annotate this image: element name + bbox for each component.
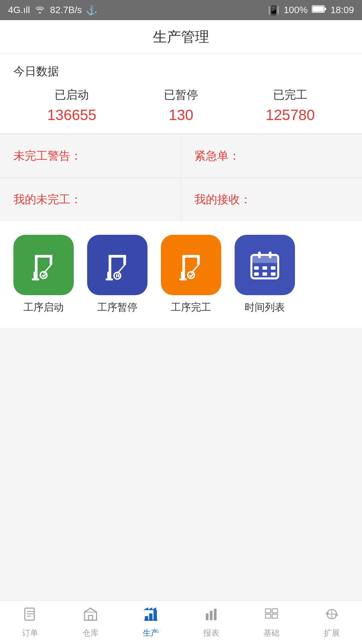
extend-icon bbox=[324, 607, 339, 625]
action-schedule-icon-bg bbox=[235, 235, 295, 295]
svg-rect-5 bbox=[35, 255, 38, 273]
svg-rect-2 bbox=[324, 8, 326, 10]
battery-display: 100% bbox=[284, 5, 308, 15]
svg-rect-30 bbox=[254, 266, 259, 270]
svg-rect-50 bbox=[214, 609, 217, 620]
svg-rect-32 bbox=[271, 266, 276, 270]
action-pause[interactable]: 工序暂停 bbox=[87, 235, 147, 314]
stat-completed-label: 已完工 bbox=[273, 87, 307, 103]
action-schedule-label: 时间列表 bbox=[245, 301, 285, 314]
svg-rect-33 bbox=[254, 272, 259, 276]
stat-completed-value: 125780 bbox=[265, 107, 315, 123]
svg-rect-35 bbox=[271, 272, 276, 276]
today-label: 今日数据 bbox=[13, 64, 349, 79]
status-bar: 4G.ıll 82.7B/s ⚓ 📳 100% 18:09 bbox=[0, 0, 362, 20]
stat-paused: 已暂停 130 bbox=[164, 87, 198, 123]
svg-rect-54 bbox=[272, 614, 278, 618]
svg-rect-11 bbox=[106, 278, 113, 280]
nav-basic-label: 基础 bbox=[263, 628, 280, 638]
status-left: 4G.ıll 82.7B/s ⚓ bbox=[8, 4, 98, 16]
production-icon bbox=[143, 607, 158, 625]
nav-warehouse-label: 仓库 bbox=[82, 628, 99, 638]
action-start[interactable]: 工序启动 bbox=[13, 235, 74, 314]
svg-rect-20 bbox=[179, 278, 187, 280]
page-title: 生产管理 bbox=[153, 28, 209, 46]
svg-rect-31 bbox=[262, 266, 267, 270]
nav-production-label: 生产 bbox=[143, 628, 159, 638]
svg-rect-23 bbox=[197, 255, 200, 265]
action-complete-label: 工序完工 bbox=[171, 301, 211, 314]
header: 生产管理 bbox=[0, 20, 362, 54]
status-right: 📳 100% 18:09 bbox=[268, 5, 354, 16]
time-display: 18:09 bbox=[330, 5, 354, 15]
stat-paused-label: 已暂停 bbox=[164, 87, 198, 103]
crane-start-icon bbox=[27, 248, 60, 282]
stat-paused-value: 130 bbox=[169, 107, 193, 123]
my-receive[interactable]: 我的接收： bbox=[181, 178, 362, 221]
crane-pause-icon bbox=[101, 248, 134, 282]
crane-complete-icon bbox=[174, 248, 208, 282]
svg-rect-41 bbox=[88, 615, 93, 620]
stat-started: 已启动 136655 bbox=[47, 87, 97, 123]
warning-incomplete[interactable]: 未完工警告： bbox=[0, 134, 181, 178]
warning-urgent[interactable]: 紧急单： bbox=[181, 134, 362, 178]
wifi-icon bbox=[34, 4, 46, 16]
svg-rect-6 bbox=[35, 255, 52, 258]
svg-rect-18 bbox=[118, 274, 119, 277]
svg-rect-14 bbox=[123, 255, 126, 265]
stat-started-label: 已启动 bbox=[55, 87, 89, 103]
svg-rect-22 bbox=[182, 255, 199, 258]
action-pause-label: 工序暂停 bbox=[97, 301, 137, 314]
battery-icon bbox=[312, 5, 326, 15]
main-content: 今日数据 已启动 136655 已暂停 130 已完工 125780 未完工警告… bbox=[0, 54, 362, 328]
svg-rect-17 bbox=[116, 274, 117, 277]
nav-warehouse[interactable]: 仓库 bbox=[60, 607, 121, 638]
svg-rect-27 bbox=[251, 255, 278, 263]
svg-rect-7 bbox=[50, 255, 52, 265]
report-icon bbox=[204, 607, 219, 625]
nav-report[interactable]: 报表 bbox=[181, 607, 241, 638]
action-start-icon-bg bbox=[13, 235, 74, 295]
basic-icon bbox=[264, 607, 279, 625]
my-incomplete[interactable]: 我的未完工： bbox=[0, 178, 181, 221]
svg-rect-21 bbox=[182, 255, 185, 273]
svg-rect-45 bbox=[154, 610, 157, 621]
warning-incomplete-text: 未完工警告： bbox=[13, 148, 82, 164]
nav-basic[interactable]: 基础 bbox=[241, 607, 302, 638]
nav-extend[interactable]: 扩展 bbox=[302, 607, 362, 638]
signal-icon: 4G.ıll bbox=[8, 5, 30, 15]
warning-urgent-text: 紧急单： bbox=[194, 148, 240, 164]
my-incomplete-text: 我的未完工： bbox=[13, 192, 82, 207]
svg-rect-53 bbox=[265, 614, 271, 618]
nav-order-label: 订单 bbox=[22, 628, 38, 638]
nav-extend-label: 扩展 bbox=[324, 628, 340, 638]
svg-rect-48 bbox=[206, 613, 208, 620]
nav-production[interactable]: 生产 bbox=[121, 607, 181, 638]
action-complete-icon-bg bbox=[161, 235, 221, 295]
svg-rect-34 bbox=[262, 272, 267, 276]
svg-rect-51 bbox=[265, 609, 271, 613]
warehouse-icon bbox=[83, 607, 98, 625]
svg-marker-47 bbox=[144, 607, 156, 610]
vibrate-icon: 📳 bbox=[268, 5, 280, 16]
usb-icon: ⚓ bbox=[86, 5, 98, 16]
speed-display: 82.7B/s bbox=[50, 5, 82, 15]
svg-marker-40 bbox=[84, 608, 97, 620]
today-section: 今日数据 已启动 136655 已暂停 130 已完工 125780 bbox=[0, 54, 362, 134]
svg-rect-46 bbox=[144, 620, 158, 621]
stat-started-value: 136655 bbox=[47, 107, 97, 123]
svg-rect-29 bbox=[269, 252, 272, 258]
nav-report-label: 报表 bbox=[203, 628, 219, 638]
action-complete[interactable]: 工序完工 bbox=[161, 235, 221, 314]
nav-order[interactable]: 订单 bbox=[0, 607, 60, 638]
svg-rect-13 bbox=[109, 255, 125, 258]
action-pause-icon-bg bbox=[87, 235, 147, 295]
stat-completed: 已完工 125780 bbox=[265, 87, 315, 123]
bottom-nav: 订单 仓库 生产 bbox=[0, 600, 362, 644]
calendar-icon bbox=[248, 248, 282, 282]
warning-grid: 未完工警告： 紧急单： 我的未完工： 我的接收： bbox=[0, 134, 362, 221]
svg-rect-49 bbox=[210, 611, 213, 620]
svg-rect-12 bbox=[109, 255, 111, 273]
action-start-label: 工序启动 bbox=[23, 301, 64, 314]
action-schedule[interactable]: 时间列表 bbox=[235, 235, 295, 314]
